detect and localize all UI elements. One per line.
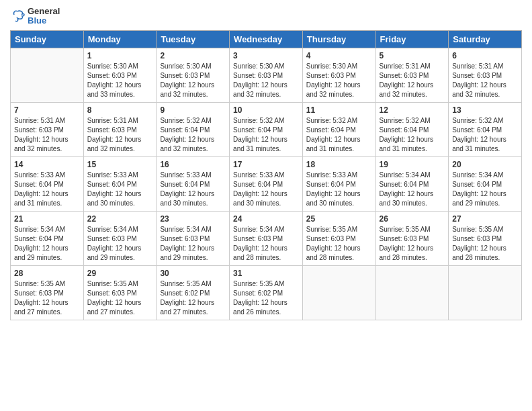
day-number: 26 [380, 214, 445, 224]
empty-day-cell [449, 265, 522, 320]
column-header-monday: Monday [83, 30, 157, 48]
day-number: 11 [306, 105, 372, 115]
day-info: Sunrise: 5:33 AMSunset: 6:04 PMDaylight:… [14, 171, 80, 208]
day-info: Sunrise: 5:30 AMSunset: 6:03 PMDaylight:… [160, 62, 226, 99]
calendar-day-2: 2Sunrise: 5:30 AMSunset: 6:03 PMDaylight… [157, 48, 230, 102]
day-number: 28 [14, 269, 80, 278]
day-number: 3 [233, 51, 299, 60]
day-number: 10 [233, 105, 299, 115]
column-header-wednesday: Wednesday [230, 30, 303, 48]
day-info: Sunrise: 5:35 AMSunset: 6:03 PMDaylight:… [14, 279, 80, 317]
day-info: Sunrise: 5:34 AMSunset: 6:03 PMDaylight:… [233, 225, 299, 263]
calendar-day-30: 30Sunrise: 5:35 AMSunset: 6:02 PMDayligh… [157, 265, 230, 320]
day-number: 7 [14, 105, 80, 115]
day-info: Sunrise: 5:31 AMSunset: 6:03 PMDaylight:… [87, 116, 153, 154]
day-number: 21 [14, 214, 80, 224]
day-info: Sunrise: 5:35 AMSunset: 6:02 PMDaylight:… [160, 279, 226, 317]
day-number: 16 [160, 160, 226, 169]
empty-day-cell [375, 265, 449, 320]
day-info: Sunrise: 5:34 AMSunset: 6:03 PMDaylight:… [160, 225, 226, 263]
logo-general: General [28, 7, 60, 16]
calendar-day-15: 15Sunrise: 5:33 AMSunset: 6:04 PMDayligh… [83, 156, 157, 211]
calendar-day-12: 12Sunrise: 5:32 AMSunset: 6:04 PMDayligh… [375, 102, 449, 156]
empty-day-cell [11, 48, 84, 102]
day-info: Sunrise: 5:35 AMSunset: 6:02 PMDaylight:… [233, 279, 299, 317]
calendar-day-13: 13Sunrise: 5:32 AMSunset: 6:04 PMDayligh… [449, 102, 522, 156]
column-header-friday: Friday [375, 30, 449, 48]
day-info: Sunrise: 5:32 AMSunset: 6:04 PMDaylight:… [306, 116, 372, 154]
calendar-day-31: 31Sunrise: 5:35 AMSunset: 6:02 PMDayligh… [230, 265, 303, 320]
day-info: Sunrise: 5:35 AMSunset: 6:03 PMDaylight:… [452, 225, 518, 263]
day-info: Sunrise: 5:34 AMSunset: 6:04 PMDaylight:… [452, 171, 518, 208]
day-info: Sunrise: 5:31 AMSunset: 6:03 PMDaylight:… [452, 62, 518, 99]
day-number: 30 [160, 269, 226, 278]
day-info: Sunrise: 5:31 AMSunset: 6:03 PMDaylight:… [14, 116, 80, 154]
calendar-day-22: 22Sunrise: 5:34 AMSunset: 6:03 PMDayligh… [83, 211, 157, 265]
day-number: 19 [380, 160, 445, 169]
calendar-day-27: 27Sunrise: 5:35 AMSunset: 6:03 PMDayligh… [449, 211, 522, 265]
column-header-thursday: Thursday [302, 30, 375, 48]
calendar-day-18: 18Sunrise: 5:33 AMSunset: 6:04 PMDayligh… [302, 156, 375, 211]
day-info: Sunrise: 5:35 AMSunset: 6:03 PMDaylight:… [306, 225, 372, 263]
day-info: Sunrise: 5:33 AMSunset: 6:04 PMDaylight:… [160, 171, 226, 208]
calendar-week-1: 1Sunrise: 5:30 AMSunset: 6:03 PMDaylight… [11, 48, 522, 102]
day-number: 29 [87, 269, 153, 278]
day-info: Sunrise: 5:33 AMSunset: 6:04 PMDaylight:… [306, 171, 372, 208]
column-header-sunday: Sunday [11, 30, 84, 48]
calendar-day-28: 28Sunrise: 5:35 AMSunset: 6:03 PMDayligh… [11, 265, 84, 320]
day-number: 24 [233, 214, 299, 224]
day-number: 5 [380, 51, 445, 60]
calendar-day-25: 25Sunrise: 5:35 AMSunset: 6:03 PMDayligh… [302, 211, 375, 265]
day-number: 13 [452, 105, 518, 115]
calendar-week-3: 14Sunrise: 5:33 AMSunset: 6:04 PMDayligh… [11, 156, 522, 211]
calendar-week-2: 7Sunrise: 5:31 AMSunset: 6:03 PMDaylight… [11, 102, 522, 156]
day-number: 27 [452, 214, 518, 224]
calendar-day-23: 23Sunrise: 5:34 AMSunset: 6:03 PMDayligh… [157, 211, 230, 265]
calendar-day-11: 11Sunrise: 5:32 AMSunset: 6:04 PMDayligh… [302, 102, 375, 156]
logo-bird-icon [10, 9, 25, 24]
day-info: Sunrise: 5:34 AMSunset: 6:03 PMDaylight:… [87, 225, 153, 263]
day-info: Sunrise: 5:33 AMSunset: 6:04 PMDaylight:… [233, 171, 299, 208]
calendar-table: SundayMondayTuesdayWednesdayThursdayFrid… [10, 30, 522, 320]
day-info: Sunrise: 5:30 AMSunset: 6:03 PMDaylight:… [233, 62, 299, 99]
column-header-saturday: Saturday [449, 30, 522, 48]
calendar-day-20: 20Sunrise: 5:34 AMSunset: 6:04 PMDayligh… [449, 156, 522, 211]
day-number: 23 [160, 214, 226, 224]
calendar-day-14: 14Sunrise: 5:33 AMSunset: 6:04 PMDayligh… [11, 156, 84, 211]
day-info: Sunrise: 5:30 AMSunset: 6:03 PMDaylight:… [306, 62, 372, 99]
day-info: Sunrise: 5:32 AMSunset: 6:04 PMDaylight:… [233, 116, 299, 154]
logo: General Blue [10, 7, 60, 26]
day-number: 15 [87, 160, 153, 169]
calendar-day-21: 21Sunrise: 5:34 AMSunset: 6:04 PMDayligh… [11, 211, 84, 265]
day-info: Sunrise: 5:32 AMSunset: 6:04 PMDaylight:… [380, 116, 445, 154]
calendar-day-8: 8Sunrise: 5:31 AMSunset: 6:03 PMDaylight… [83, 102, 157, 156]
calendar-day-29: 29Sunrise: 5:35 AMSunset: 6:03 PMDayligh… [83, 265, 157, 320]
calendar-week-5: 28Sunrise: 5:35 AMSunset: 6:03 PMDayligh… [11, 265, 522, 320]
day-number: 14 [14, 160, 80, 169]
day-info: Sunrise: 5:30 AMSunset: 6:03 PMDaylight:… [87, 62, 153, 99]
header: General Blue [10, 7, 522, 26]
calendar-day-3: 3Sunrise: 5:30 AMSunset: 6:03 PMDaylight… [230, 48, 303, 102]
day-number: 12 [380, 105, 445, 115]
calendar-day-9: 9Sunrise: 5:32 AMSunset: 6:04 PMDaylight… [157, 102, 230, 156]
calendar-day-26: 26Sunrise: 5:35 AMSunset: 6:03 PMDayligh… [375, 211, 449, 265]
day-number: 4 [306, 51, 372, 60]
day-number: 18 [306, 160, 372, 169]
logo-blue: Blue [28, 16, 60, 26]
calendar-day-17: 17Sunrise: 5:33 AMSunset: 6:04 PMDayligh… [230, 156, 303, 211]
calendar-week-4: 21Sunrise: 5:34 AMSunset: 6:04 PMDayligh… [11, 211, 522, 265]
calendar-day-1: 1Sunrise: 5:30 AMSunset: 6:03 PMDaylight… [83, 48, 157, 102]
day-number: 1 [87, 51, 153, 60]
calendar-day-19: 19Sunrise: 5:34 AMSunset: 6:04 PMDayligh… [375, 156, 449, 211]
day-number: 2 [160, 51, 226, 60]
day-info: Sunrise: 5:32 AMSunset: 6:04 PMDaylight:… [452, 116, 518, 154]
day-info: Sunrise: 5:35 AMSunset: 6:03 PMDaylight:… [87, 279, 153, 317]
calendar-day-24: 24Sunrise: 5:34 AMSunset: 6:03 PMDayligh… [230, 211, 303, 265]
day-info: Sunrise: 5:34 AMSunset: 6:04 PMDaylight:… [380, 171, 445, 208]
calendar-day-6: 6Sunrise: 5:31 AMSunset: 6:03 PMDaylight… [449, 48, 522, 102]
day-info: Sunrise: 5:34 AMSunset: 6:04 PMDaylight:… [14, 225, 80, 263]
calendar-day-4: 4Sunrise: 5:30 AMSunset: 6:03 PMDaylight… [302, 48, 375, 102]
column-header-tuesday: Tuesday [157, 30, 230, 48]
day-number: 8 [87, 105, 153, 115]
day-number: 17 [233, 160, 299, 169]
